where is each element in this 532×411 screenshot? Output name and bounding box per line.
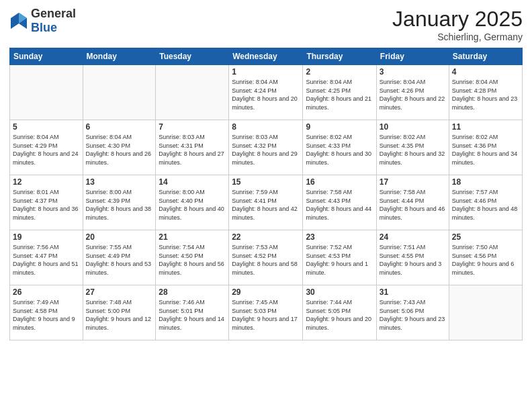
day-info: Sunrise: 7:52 AM Sunset: 4:53 PM Dayligh… <box>306 243 373 277</box>
calendar-day: 4Sunrise: 8:04 AM Sunset: 4:28 PM Daylig… <box>449 65 522 120</box>
day-info: Sunrise: 8:01 AM Sunset: 4:37 PM Dayligh… <box>13 188 80 222</box>
day-number: 19 <box>13 232 80 242</box>
calendar-day: 31Sunrise: 7:43 AM Sunset: 5:06 PM Dayli… <box>376 285 449 340</box>
day-info: Sunrise: 7:48 AM Sunset: 5:00 PM Dayligh… <box>86 298 153 332</box>
day-number: 4 <box>452 67 519 77</box>
calendar-day: 19Sunrise: 7:56 AM Sunset: 4:47 PM Dayli… <box>10 230 83 285</box>
header-saturday: Saturday <box>449 48 522 65</box>
calendar-day: 24Sunrise: 7:51 AM Sunset: 4:55 PM Dayli… <box>376 230 449 285</box>
calendar-day: 26Sunrise: 7:49 AM Sunset: 4:58 PM Dayli… <box>10 285 83 340</box>
calendar-day: 9Sunrise: 8:02 AM Sunset: 4:33 PM Daylig… <box>303 120 376 175</box>
day-info: Sunrise: 8:04 AM Sunset: 4:24 PM Dayligh… <box>232 78 300 111</box>
calendar-day: 3Sunrise: 8:04 AM Sunset: 4:26 PM Daylig… <box>376 65 449 120</box>
day-info: Sunrise: 7:59 AM Sunset: 4:41 PM Dayligh… <box>232 188 300 222</box>
day-number: 5 <box>13 122 80 132</box>
day-number: 25 <box>452 232 519 242</box>
calendar-day: 18Sunrise: 7:57 AM Sunset: 4:46 PM Dayli… <box>449 175 522 230</box>
day-number: 14 <box>159 177 226 187</box>
day-info: Sunrise: 8:03 AM Sunset: 4:32 PM Dayligh… <box>232 133 300 167</box>
day-info: Sunrise: 7:58 AM Sunset: 4:44 PM Dayligh… <box>380 188 446 222</box>
calendar-day: 28Sunrise: 7:46 AM Sunset: 5:01 PM Dayli… <box>156 285 229 340</box>
calendar-day: 25Sunrise: 7:50 AM Sunset: 4:56 PM Dayli… <box>449 230 522 285</box>
day-info: Sunrise: 7:51 AM Sunset: 4:55 PM Dayligh… <box>380 243 446 277</box>
day-info: Sunrise: 7:58 AM Sunset: 4:43 PM Dayligh… <box>306 188 373 222</box>
header-monday: Monday <box>83 48 156 65</box>
day-info: Sunrise: 7:57 AM Sunset: 4:46 PM Dayligh… <box>452 188 519 222</box>
day-number: 21 <box>159 232 226 242</box>
day-info: Sunrise: 7:53 AM Sunset: 4:52 PM Dayligh… <box>232 243 300 277</box>
day-info: Sunrise: 8:04 AM Sunset: 4:28 PM Dayligh… <box>452 78 519 111</box>
day-info: Sunrise: 8:04 AM Sunset: 4:26 PM Dayligh… <box>380 78 446 111</box>
logo: General Blue <box>9 7 76 35</box>
calendar-day: 11Sunrise: 8:02 AM Sunset: 4:36 PM Dayli… <box>449 120 522 175</box>
day-number: 11 <box>452 122 519 132</box>
day-number: 10 <box>380 122 446 132</box>
calendar-day <box>449 285 522 340</box>
day-info: Sunrise: 7:50 AM Sunset: 4:56 PM Dayligh… <box>452 243 519 277</box>
day-number: 29 <box>232 287 300 297</box>
calendar-day: 23Sunrise: 7:52 AM Sunset: 4:53 PM Dayli… <box>303 230 376 285</box>
header-wednesday: Wednesday <box>229 48 303 65</box>
day-info: Sunrise: 7:46 AM Sunset: 5:01 PM Dayligh… <box>159 298 226 332</box>
calendar-week-row: 26Sunrise: 7:49 AM Sunset: 4:58 PM Dayli… <box>10 285 523 340</box>
calendar-week-row: 19Sunrise: 7:56 AM Sunset: 4:47 PM Dayli… <box>10 230 523 285</box>
calendar-day: 2Sunrise: 8:04 AM Sunset: 4:25 PM Daylig… <box>303 65 376 120</box>
calendar: Sunday Monday Tuesday Wednesday Thursday… <box>9 48 523 340</box>
day-number: 3 <box>380 67 446 77</box>
day-number: 24 <box>380 232 446 242</box>
calendar-day: 20Sunrise: 7:55 AM Sunset: 4:49 PM Dayli… <box>83 230 156 285</box>
header-thursday: Thursday <box>303 48 376 65</box>
day-info: Sunrise: 8:00 AM Sunset: 4:40 PM Dayligh… <box>159 188 226 222</box>
day-number: 23 <box>306 232 373 242</box>
calendar-week-row: 5Sunrise: 8:04 AM Sunset: 4:29 PM Daylig… <box>10 120 523 175</box>
calendar-day: 6Sunrise: 8:04 AM Sunset: 4:30 PM Daylig… <box>83 120 156 175</box>
logo-general: General <box>31 7 76 20</box>
header-tuesday: Tuesday <box>156 48 229 65</box>
day-info: Sunrise: 8:02 AM Sunset: 4:36 PM Dayligh… <box>452 133 519 167</box>
calendar-day: 1Sunrise: 8:04 AM Sunset: 4:24 PM Daylig… <box>229 65 303 120</box>
calendar-day: 5Sunrise: 8:04 AM Sunset: 4:29 PM Daylig… <box>10 120 83 175</box>
month-year: January 2025 <box>392 7 523 32</box>
day-number: 6 <box>86 122 153 132</box>
calendar-day: 12Sunrise: 8:01 AM Sunset: 4:37 PM Dayli… <box>10 175 83 230</box>
calendar-week-row: 12Sunrise: 8:01 AM Sunset: 4:37 PM Dayli… <box>10 175 523 230</box>
calendar-day <box>83 65 156 120</box>
day-info: Sunrise: 7:54 AM Sunset: 4:50 PM Dayligh… <box>159 243 226 277</box>
title-block: January 2025 Schierling, Germany <box>392 7 523 42</box>
weekday-header-row: Sunday Monday Tuesday Wednesday Thursday… <box>10 48 523 65</box>
calendar-day: 27Sunrise: 7:48 AM Sunset: 5:00 PM Dayli… <box>83 285 156 340</box>
day-number: 13 <box>86 177 153 187</box>
day-number: 27 <box>86 287 153 297</box>
calendar-day: 7Sunrise: 8:03 AM Sunset: 4:31 PM Daylig… <box>156 120 229 175</box>
day-number: 12 <box>13 177 80 187</box>
day-number: 18 <box>452 177 519 187</box>
calendar-day: 8Sunrise: 8:03 AM Sunset: 4:32 PM Daylig… <box>229 120 303 175</box>
calendar-day: 29Sunrise: 7:45 AM Sunset: 5:03 PM Dayli… <box>229 285 303 340</box>
day-info: Sunrise: 8:02 AM Sunset: 4:35 PM Dayligh… <box>380 133 446 167</box>
calendar-day <box>156 65 229 120</box>
day-info: Sunrise: 7:56 AM Sunset: 4:47 PM Dayligh… <box>13 243 80 277</box>
day-number: 7 <box>159 122 226 132</box>
day-number: 20 <box>86 232 153 242</box>
day-number: 15 <box>232 177 300 187</box>
day-info: Sunrise: 8:02 AM Sunset: 4:33 PM Dayligh… <box>306 133 373 167</box>
day-info: Sunrise: 7:44 AM Sunset: 5:05 PM Dayligh… <box>306 298 373 332</box>
day-number: 31 <box>380 287 446 297</box>
calendar-day: 14Sunrise: 8:00 AM Sunset: 4:40 PM Dayli… <box>156 175 229 230</box>
day-info: Sunrise: 8:04 AM Sunset: 4:30 PM Dayligh… <box>86 133 153 167</box>
header-sunday: Sunday <box>10 48 83 65</box>
calendar-day: 16Sunrise: 7:58 AM Sunset: 4:43 PM Dayli… <box>303 175 376 230</box>
day-number: 2 <box>306 67 373 77</box>
calendar-week-row: 1Sunrise: 8:04 AM Sunset: 4:24 PM Daylig… <box>10 65 523 120</box>
day-info: Sunrise: 7:43 AM Sunset: 5:06 PM Dayligh… <box>380 298 446 332</box>
calendar-day: 17Sunrise: 7:58 AM Sunset: 4:44 PM Dayli… <box>376 175 449 230</box>
day-info: Sunrise: 8:04 AM Sunset: 4:29 PM Dayligh… <box>13 133 80 167</box>
calendar-day: 13Sunrise: 8:00 AM Sunset: 4:39 PM Dayli… <box>83 175 156 230</box>
logo-icon <box>9 11 28 30</box>
calendar-day: 30Sunrise: 7:44 AM Sunset: 5:05 PM Dayli… <box>303 285 376 340</box>
header-friday: Friday <box>376 48 449 65</box>
page-header: General Blue January 2025 Schierling, Ge… <box>9 7 523 42</box>
day-number: 8 <box>232 122 300 132</box>
day-info: Sunrise: 7:49 AM Sunset: 4:58 PM Dayligh… <box>13 298 80 332</box>
day-info: Sunrise: 7:55 AM Sunset: 4:49 PM Dayligh… <box>86 243 153 277</box>
